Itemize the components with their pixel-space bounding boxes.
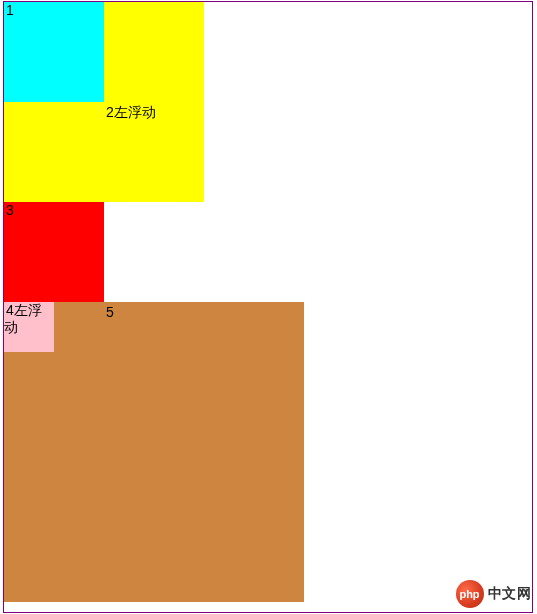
watermark-logo: php 中文网 bbox=[456, 580, 532, 608]
box-1-label: 1 bbox=[4, 0, 16, 20]
box-1: 1 bbox=[4, 2, 104, 102]
box-5-label: 5 bbox=[104, 302, 116, 322]
logo-icon-text: php bbox=[459, 588, 479, 600]
box-3-label: 3 bbox=[4, 200, 16, 220]
box-3: 3 bbox=[4, 202, 104, 302]
box-4-label: 4左浮动 bbox=[4, 300, 42, 337]
box-4: 4左浮动 bbox=[4, 302, 54, 352]
box-2-label: 2左浮动 bbox=[104, 102, 158, 124]
logo-text: 中文网 bbox=[488, 585, 532, 603]
php-logo-icon: php bbox=[456, 580, 484, 608]
demo-container: 1 2左浮动 3 4左浮动 5 bbox=[3, 1, 533, 613]
